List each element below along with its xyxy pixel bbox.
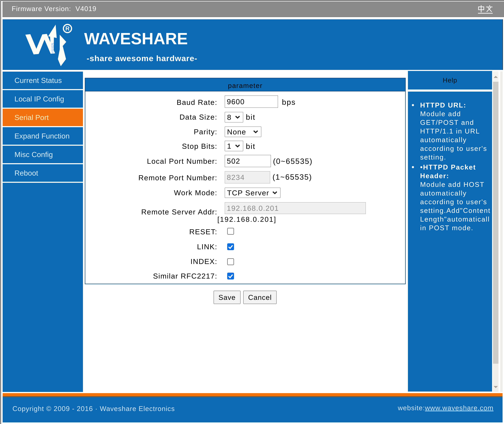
svg-text:R: R	[65, 25, 70, 32]
